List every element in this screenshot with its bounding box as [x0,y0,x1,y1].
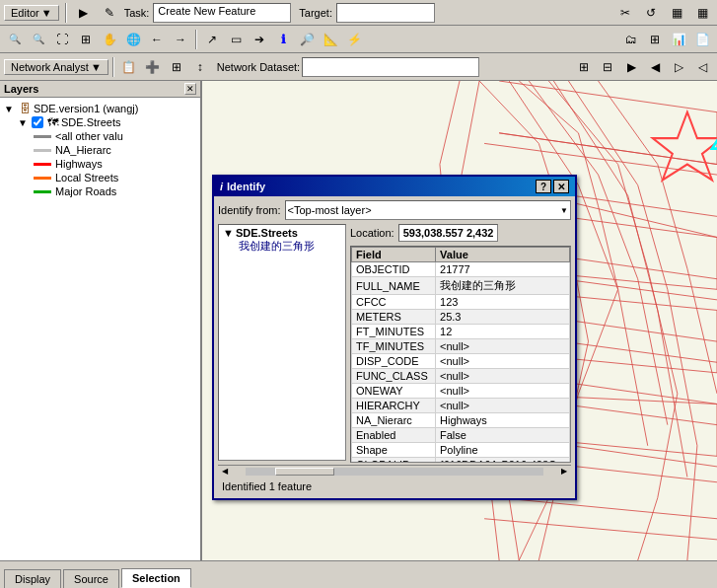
zoom-in-icon[interactable]: 🔍 [4,29,26,50]
tree-legend-nahierarc: NA_Hierarc [2,143,198,157]
geodatabase-icon: 🗄 [18,103,32,114]
table-row[interactable]: NA_NierarcHighways [352,413,570,428]
pan-icon[interactable]: ✋ [99,29,120,50]
na-btn4[interactable]: ◀ [644,56,666,78]
panel-close-button[interactable]: ✕ [184,83,196,95]
horizontal-scrollbar[interactable]: ◀ ▶ [218,465,571,477]
measure-icon[interactable]: 📐 [320,29,341,50]
table-row[interactable]: CFCC123 [352,295,570,310]
root-layer-label: SDE.version1 (wangj) [34,103,138,114]
grid1-icon[interactable]: ▦ [666,2,687,24]
identify-from-value: <Top-most layer> [288,204,372,216]
value-cell: Highways [436,413,570,428]
layers-icon[interactable]: 🗂 [620,29,642,50]
find-icon[interactable]: 🔎 [296,29,318,50]
na-btn1[interactable]: ⊞ [573,56,595,78]
cut-icon[interactable]: ✂ [614,2,636,24]
table-row[interactable]: ONEWAY<null> [352,384,570,399]
tree-item-streets[interactable]: ▼ 🗺 SDE.Streets [2,115,198,129]
back-icon[interactable]: ← [146,29,168,50]
tree-item-root[interactable]: ▼ 🗄 SDE.version1 (wangj) [2,102,198,115]
network-dataset-label: Network Dataset: [217,61,300,73]
table-row[interactable]: TF_MINUTES<null> [352,339,570,354]
network-analyst-label: Network Analyst [11,61,89,73]
na-btn6[interactable]: ◁ [691,56,713,78]
identify-from-dropdown[interactable]: <Top-most layer> ▼ [285,200,571,220]
table-row[interactable]: GLOBALID{616DDA6A-B216-428C- [352,458,570,464]
value-cell: 我创建的三角形 [436,277,570,295]
table-row[interactable]: DISP_CODE<null> [352,354,570,369]
tree-child-node[interactable]: 我创建的三角形 [223,239,341,254]
network-dataset-input[interactable] [302,57,479,77]
scroll-right-button[interactable]: ▶ [557,467,571,476]
help-button[interactable]: ? [536,180,551,193]
select-icon[interactable]: ↗ [201,29,223,50]
identify-icon[interactable]: ℹ [272,29,294,50]
table-row[interactable]: FUNC_CLASS<null> [352,369,570,384]
scroll-left-button[interactable]: ◀ [218,467,232,476]
na-icon4[interactable]: ↕ [189,56,211,78]
scrollbar-track[interactable] [246,468,543,476]
lightning-icon[interactable]: ⚡ [343,29,365,50]
na-icon3[interactable]: ⊞ [166,56,187,78]
tab-display[interactable]: Display [4,569,61,588]
na-icon2[interactable]: ➕ [142,56,164,78]
na-btn5[interactable]: ▷ [668,56,689,78]
legend-line-major [34,190,51,193]
select-rect-icon[interactable]: ▭ [225,29,247,50]
tab-selection[interactable]: Selection [121,568,191,588]
table-icon[interactable]: ⊞ [644,29,666,50]
target-input[interactable] [336,3,435,23]
layers-tree: ▼ 🗄 SDE.version1 (wangj) ▼ 🗺 SDE.Streets… [0,98,200,560]
chevron-down-icon: ▼ [41,7,52,19]
na-btn2[interactable]: ⊟ [597,56,618,78]
editor-dropdown[interactable]: Editor ▼ [4,5,59,21]
scrollbar-thumb[interactable] [275,468,334,476]
globe-icon[interactable]: 🌐 [122,29,144,50]
toolbar-editor: Editor ▼ ▶ ✎ Task: Create New Feature Ta… [0,0,717,26]
triangle-shape [712,102,717,149]
task-input[interactable]: Create New Feature [153,3,291,23]
full-extent-icon[interactable]: ⛶ [51,29,73,50]
expand-icon[interactable]: ▼ [4,104,16,114]
identify-icon-title: i [220,181,223,192]
table-row[interactable]: OBJECTID21777 [352,262,570,277]
toolbar-network: Network Analyst ▼ 📋 ➕ ⊞ ↕ Network Datase… [0,53,717,81]
close-button[interactable]: ✕ [553,180,569,193]
table-row[interactable]: FULL_NAME我创建的三角形 [352,277,570,295]
location-label: Location: [350,227,394,239]
attributes-table[interactable]: Field Value OBJECTID21777FULL_NAME我创建的三角… [350,246,571,463]
value-cell: <null> [436,384,570,399]
na-icon1[interactable]: 📋 [118,56,140,78]
streets-checkbox[interactable] [32,116,43,128]
identify-from-row: Identify from: <Top-most layer> ▼ [218,200,571,220]
streets-expand-icon[interactable]: ▼ [18,117,30,128]
legend-line-highways [34,163,51,166]
network-analyst-dropdown[interactable]: Network Analyst ▼ [4,59,108,75]
report-icon[interactable]: 📄 [691,29,713,50]
legend-label-na: NA_Hierarc [55,144,111,156]
na-btn3[interactable]: ▶ [620,56,642,78]
tab-source[interactable]: Source [63,569,119,588]
value-cell: <null> [436,354,570,369]
table-row[interactable]: EnabledFalse [352,428,570,443]
zoom-out-icon[interactable]: 🔍 [28,29,49,50]
forward-icon[interactable]: → [170,29,191,50]
tree-legend-all: <all other valu [2,129,198,143]
chart-icon[interactable]: 📊 [668,29,689,50]
arrow-icon[interactable]: ➔ [249,29,270,50]
refresh-icon[interactable]: ↺ [640,2,662,24]
map-area[interactable]: i Identify ? ✕ Identify from: <Top-most … [202,81,717,560]
table-row[interactable]: HIERARCHY<null> [352,399,570,413]
results-tree[interactable]: ▼ SDE.Streets 我创建的三角形 [218,224,346,461]
table-row[interactable]: ShapePolyline [352,443,570,458]
table-row[interactable]: METERS25.3 [352,310,570,325]
grid2-icon[interactable]: ▦ [691,2,713,24]
zoom-layer-icon[interactable]: ⊞ [75,29,97,50]
table-row[interactable]: FT_MINUTES12 [352,325,570,339]
layers-panel: Layers ✕ ▼ 🗄 SDE.version1 (wangj) ▼ 🗺 SD… [0,81,202,560]
tree-expand-icon: ▼ [223,227,234,239]
play-button[interactable]: ▶ [73,2,95,24]
pencil-icon[interactable]: ✎ [99,2,120,24]
tree-parent-header[interactable]: ▼ SDE.Streets [223,227,341,239]
